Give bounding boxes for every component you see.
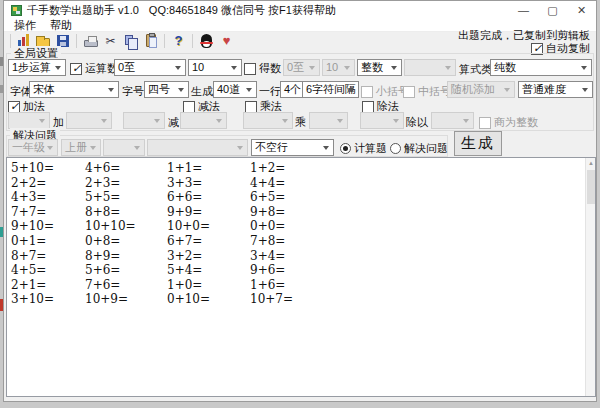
operand-from-select[interactable]: 0至 [114, 59, 186, 76]
problem-item: 0+8= [85, 234, 167, 249]
empty-select [103, 139, 145, 156]
minimize-icon[interactable]: — [509, 1, 538, 19]
count-select[interactable]: 40道 [213, 81, 257, 98]
problems-grid: 5+10=4+6=1+1=1+2=2+2=2+3=3+3=4+4=4+3=5+5… [7, 158, 595, 307]
operand-to-select[interactable]: 10 [188, 59, 242, 76]
window-controls: — ▢ ✕ [509, 1, 596, 19]
subtract-right-select [180, 112, 227, 129]
scrollbar-thumb[interactable] [587, 170, 595, 204]
divide-right-select [431, 112, 474, 129]
checkbox-checked-icon [8, 101, 20, 113]
problems-textarea[interactable]: 5+10=4+6=1+1=1+2=2+2=2+3=3+3=4+4=4+3=5+5… [6, 157, 596, 397]
problem-item: 0+0= [250, 219, 370, 234]
problem-item: 10+7= [250, 292, 370, 307]
problem-item: 10+0= [167, 219, 250, 234]
menu-help[interactable]: 帮助 [43, 18, 79, 33]
font-select[interactable]: 宋体 [29, 81, 119, 98]
step-select[interactable]: 1步运算 [8, 59, 66, 76]
add-right-select [66, 112, 112, 129]
problem-item: 8+9= [85, 249, 167, 264]
print-icon[interactable] [82, 33, 99, 49]
grade-select: 一年级 [8, 139, 58, 156]
toolbar-separator [192, 34, 193, 48]
result-from-select: 0至 [283, 59, 320, 76]
integer-quotient-checkbox[interactable]: 商为整数 [479, 115, 538, 130]
blank-line-select[interactable]: 不空行 [251, 139, 334, 156]
problem-item: 5+4= [167, 263, 250, 278]
problem-item: 6+7= [167, 234, 250, 249]
heart-icon[interactable]: ♥ [218, 33, 235, 49]
number-type-select[interactable]: 整数 [357, 59, 402, 76]
calc-radio-label: 计算题 [354, 141, 387, 156]
problem-item: 2+3= [85, 176, 167, 191]
problem-item: 3+10= [11, 292, 85, 307]
problem-item: 9+8= [250, 205, 370, 220]
calc-radio[interactable]: 计算题 [340, 141, 387, 156]
window-subtitle: QQ:84651849 微信同号 按F1获得帮助 [149, 3, 336, 18]
problem-item: 2+2= [11, 176, 85, 191]
subtract-op-label: 减 [168, 115, 179, 130]
vertical-scrollbar[interactable]: ▲ [585, 158, 595, 396]
add-left-select [8, 112, 50, 129]
paste-icon[interactable] [142, 33, 159, 49]
checkbox-unchecked-icon [183, 101, 195, 113]
problem-item: 6+5= [250, 190, 370, 205]
scroll-up-icon[interactable]: ▲ [587, 159, 595, 168]
checkbox-unchecked-icon [244, 63, 256, 75]
menu-operate[interactable]: 操作 [7, 18, 43, 33]
problem-item: 4+3= [11, 190, 85, 205]
spacing-select[interactable]: 6字符间隔 [302, 81, 359, 98]
problem-item: 1+2= [250, 161, 370, 176]
checkbox-unchecked-icon [362, 101, 374, 113]
formula-type-select[interactable]: 纯数 [490, 59, 592, 76]
cut-icon[interactable]: ✂ [102, 33, 119, 49]
empty-select [404, 59, 456, 76]
problem-item: 4+4= [250, 176, 370, 191]
app-icon [11, 5, 22, 16]
title-bar: 千手数学出题助手 v1.0 QQ:84651849 微信同号 按F1获得帮助 —… [4, 1, 596, 19]
generate-button[interactable]: 生成 [454, 131, 502, 156]
problem-item: 2+1= [11, 278, 85, 293]
checkbox-unchecked-icon [361, 86, 373, 98]
problem-item: 9+10= [11, 219, 85, 234]
result-checkbox[interactable]: 得数 [244, 61, 281, 76]
operand-checkbox[interactable]: 运算数 [70, 61, 118, 76]
qq-icon[interactable] [198, 33, 215, 49]
app-window: 千手数学出题助手 v1.0 QQ:84651849 微信同号 按F1获得帮助 —… [3, 0, 597, 402]
multiply-left-select [243, 112, 293, 129]
radio-unselected-icon [390, 143, 401, 154]
empty-select [147, 139, 248, 156]
window-title: 千手数学出题助手 v1.0 [27, 3, 139, 18]
problem-item: 7+6= [85, 278, 167, 293]
solve-radio[interactable]: 解决问题 [390, 141, 448, 156]
problem-item: 8+8= [85, 205, 167, 220]
help-icon[interactable]: ? [170, 33, 187, 49]
result-to-select: 10 [322, 59, 355, 76]
copy-icon[interactable] [122, 33, 139, 49]
subtract-left-select [123, 112, 165, 129]
radio-selected-icon [340, 143, 351, 154]
problem-item: 7+7= [11, 205, 85, 220]
difficulty-select[interactable]: 普通难度 [518, 81, 593, 98]
divide-op-label: 除以 [406, 115, 428, 130]
size-label: 字号 [122, 84, 144, 99]
size-select[interactable]: 四号 [144, 81, 189, 98]
problem-item: 3+2= [167, 249, 250, 264]
close-icon[interactable]: ✕ [567, 1, 596, 19]
problem-item: 0+1= [11, 234, 85, 249]
bracket-checkbox[interactable]: 中括号 [403, 84, 451, 99]
problem-item: 5+6= [85, 263, 167, 278]
multiply-right-select [309, 112, 348, 129]
paren-checkbox[interactable]: 小括号 [361, 84, 409, 99]
problem-item: 10+10= [85, 219, 167, 234]
problem-item: 1+0= [167, 278, 250, 293]
problem-item: 8+7= [11, 249, 85, 264]
maximize-icon[interactable]: ▢ [538, 1, 567, 19]
volume-select: 上册 [61, 139, 101, 156]
problem-item: 3+4= [250, 249, 370, 264]
checkbox-unchecked-icon [479, 117, 491, 129]
solve-radio-label: 解决问题 [404, 141, 448, 156]
count-label: 生成 [191, 84, 213, 99]
add-mode-select: 随机添加 [447, 81, 515, 98]
problem-item: 9+9= [167, 205, 250, 220]
